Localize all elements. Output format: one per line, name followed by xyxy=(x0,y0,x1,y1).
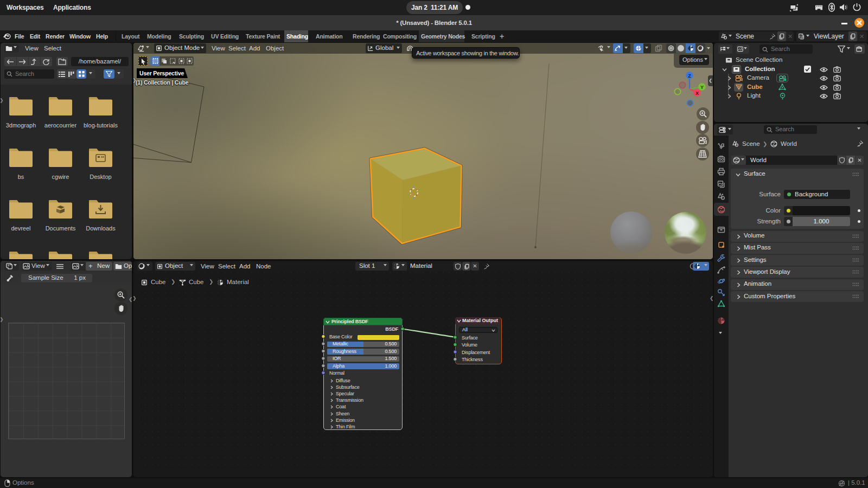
svg-text:Y: Y xyxy=(700,85,704,90)
svg-text:X: X xyxy=(695,91,699,96)
svg-text:Z: Z xyxy=(688,73,691,79)
